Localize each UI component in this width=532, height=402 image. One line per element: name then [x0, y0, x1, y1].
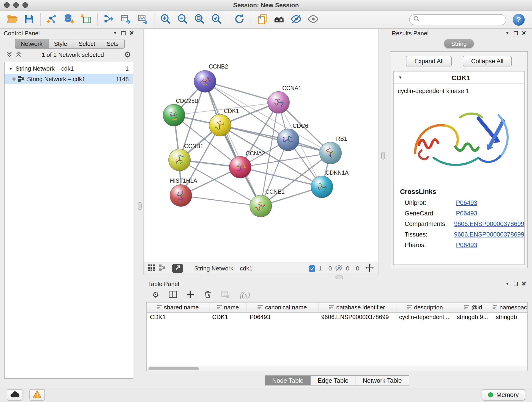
hidden-eye-slash-icon[interactable]	[335, 264, 343, 273]
show-all-button[interactable]	[305, 12, 322, 27]
hide-selected-button[interactable]	[288, 12, 305, 27]
panel-close-icon[interactable]: ×	[129, 29, 134, 37]
section-disclosure-icon[interactable]: ▼	[398, 75, 402, 80]
network-edge[interactable]	[205, 81, 261, 206]
column-header[interactable]: canonical name	[247, 303, 318, 312]
gear-icon[interactable]: ⚙	[124, 51, 131, 59]
splitter-handle-right[interactable]	[381, 152, 385, 160]
import-network-button[interactable]	[44, 12, 60, 27]
zoom-selected-button[interactable]	[208, 12, 225, 27]
export-network-button[interactable]	[100, 12, 117, 27]
crosslink-link[interactable]: P06493	[456, 199, 477, 206]
memory-button[interactable]: Memory	[481, 389, 525, 400]
crosslink-link[interactable]: P06493	[456, 210, 477, 217]
table-cell[interactable]: stringdb:9...	[454, 312, 493, 321]
table-settings-icon[interactable]: ⚙	[152, 291, 159, 299]
window-minimize-button[interactable]	[13, 2, 19, 8]
export-table-button[interactable]	[117, 12, 134, 27]
splitter-handle-left[interactable]	[138, 202, 142, 210]
apply-layout-button[interactable]	[231, 12, 248, 27]
selected-checkbox-icon[interactable]	[309, 265, 315, 272]
panel-collapse-icon[interactable]: ▼	[505, 31, 509, 35]
birdseye-toggle-button[interactable]	[172, 264, 183, 273]
table-cell[interactable]: stringdb	[493, 312, 527, 321]
pan-crosshair-icon[interactable]	[365, 263, 374, 274]
warnings-button[interactable]	[29, 389, 45, 400]
network-node-CCNB1[interactable]	[169, 149, 191, 171]
column-header[interactable]: namespac	[493, 303, 527, 312]
column-header[interactable]: database identifier	[318, 303, 396, 312]
table-cell[interactable]: CDK1	[209, 312, 247, 321]
delete-column-icon[interactable]	[204, 290, 212, 300]
network-edge[interactable]	[205, 81, 279, 102]
collapse-all-icon[interactable]	[6, 51, 12, 58]
zoom-out-button[interactable]	[174, 12, 191, 27]
table-cell[interactable]: 9606.ENSP00000378699	[318, 312, 396, 321]
panel-float-icon[interactable]	[513, 31, 518, 35]
table-row[interactable]: CDK1 CDK1 P06493 9606.ENSP00000378699 cy…	[147, 312, 527, 321]
splitter-handle-bottom[interactable]	[336, 275, 343, 279]
expand-all-button[interactable]: Expand All	[406, 56, 452, 66]
help-button[interactable]: ?	[513, 13, 525, 26]
network-node-CDC6[interactable]	[277, 129, 299, 151]
toolbar-search[interactable]	[409, 14, 506, 25]
tab-style[interactable]: Style	[48, 39, 73, 49]
expand-all-icon[interactable]	[16, 51, 22, 58]
zoom-fit-button[interactable]	[191, 12, 208, 27]
collapse-all-button[interactable]: Collapse All	[463, 56, 512, 66]
crosslink-link[interactable]: P06493	[456, 242, 477, 249]
window-close-button[interactable]	[4, 2, 10, 8]
save-session-button[interactable]	[21, 12, 38, 27]
disclosure-triangle-icon[interactable]: ▼	[9, 66, 13, 71]
cloud-status-button[interactable]	[7, 389, 22, 400]
table-cell[interactable]: CDK1	[147, 312, 209, 321]
scrollbar-thumb[interactable]	[148, 367, 199, 370]
network-node-CDK1[interactable]	[209, 114, 231, 136]
tab-select[interactable]: Select	[73, 39, 101, 49]
network-node-CCNA2[interactable]	[229, 156, 251, 178]
column-header[interactable]: description	[396, 303, 454, 312]
grid-view-icon[interactable]	[148, 264, 155, 273]
network-node-CCNE1[interactable]	[250, 195, 272, 217]
network-edge[interactable]	[181, 196, 261, 206]
tab-node-table[interactable]: Node Table	[265, 375, 311, 385]
network-node-CCNB2[interactable]	[194, 70, 216, 92]
import-network-database-button[interactable]	[60, 12, 77, 27]
string-results-tab[interactable]: String	[444, 39, 474, 48]
horizontal-scrollbar[interactable]	[147, 366, 527, 371]
window-zoom-button[interactable]	[22, 2, 28, 8]
table-cell[interactable]: cyclin-dependent ...	[396, 312, 454, 321]
crosslink-link[interactable]: 9606.ENSP00000378699	[454, 220, 524, 227]
crosslink-link[interactable]: 9606.ENSP00000378699	[454, 231, 524, 238]
tab-network-table[interactable]: Network Table	[356, 375, 409, 385]
panel-close-icon[interactable]: ×	[522, 29, 526, 37]
network-node-CDKN1A[interactable]	[311, 176, 333, 198]
graphics-details-button[interactable]	[271, 12, 288, 27]
open-session-button[interactable]	[4, 12, 21, 27]
documents-button[interactable]	[254, 12, 271, 27]
column-header[interactable]: name	[209, 303, 247, 312]
network-row[interactable]: String Network – cdk1 1148	[5, 74, 133, 84]
panel-float-icon[interactable]	[121, 31, 125, 35]
add-column-icon[interactable]	[187, 290, 195, 300]
panel-collapse-icon[interactable]: ▼	[505, 282, 509, 286]
import-table-button[interactable]	[77, 12, 94, 27]
zoom-in-button[interactable]	[157, 12, 174, 27]
network-node-CDC25B[interactable]	[163, 104, 185, 126]
column-header[interactable]: shared name	[147, 303, 209, 312]
network-node-CCNA1[interactable]	[268, 91, 290, 114]
export-image-button[interactable]	[134, 12, 151, 27]
panel-close-icon[interactable]: ×	[522, 280, 526, 287]
network-edge[interactable]	[220, 125, 331, 153]
column-header[interactable]: @id	[454, 303, 493, 312]
show-columns-icon[interactable]	[169, 291, 177, 299]
cdk1-section-header[interactable]: ▼ CDK1	[394, 71, 524, 84]
tab-network[interactable]: Network	[15, 39, 48, 49]
network-node-HIST1H1A[interactable]	[170, 185, 192, 206]
search-input[interactable]	[420, 16, 502, 23]
network-node-RB1[interactable]	[320, 142, 342, 164]
panel-collapse-icon[interactable]: ▼	[113, 31, 117, 35]
share-view-icon[interactable]	[159, 264, 165, 272]
panel-float-icon[interactable]	[513, 282, 518, 286]
table-cell[interactable]: P06493	[247, 312, 318, 321]
